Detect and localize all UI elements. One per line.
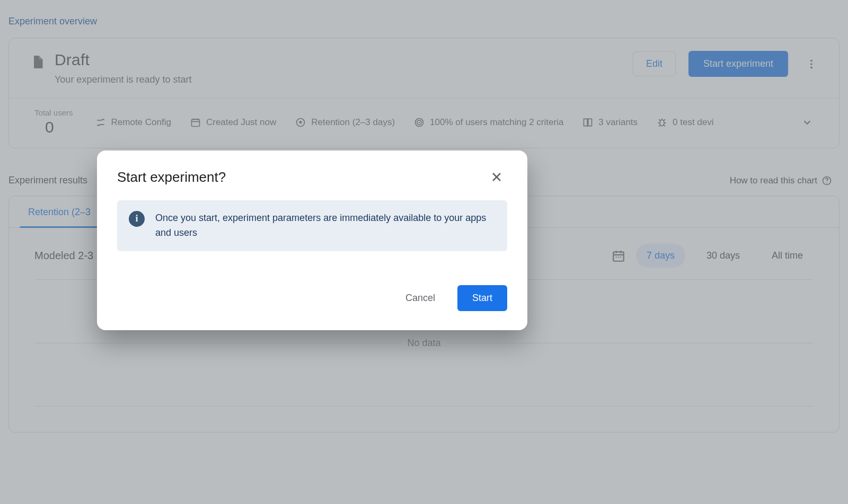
dialog-close-button[interactable] [486,166,507,188]
dialog-title: Start experiment? [117,169,226,185]
dialog-info-note: i Once you start, experiment parameters … [117,200,507,251]
info-icon: i [129,211,145,227]
dialog-start-button[interactable]: Start [457,285,507,311]
close-icon [490,171,503,183]
dialog-cancel-button[interactable]: Cancel [396,286,445,310]
dialog-note-text: Once you start, experiment parameters ar… [155,211,496,241]
start-experiment-dialog: Start experiment? i Once you start, expe… [97,151,527,330]
